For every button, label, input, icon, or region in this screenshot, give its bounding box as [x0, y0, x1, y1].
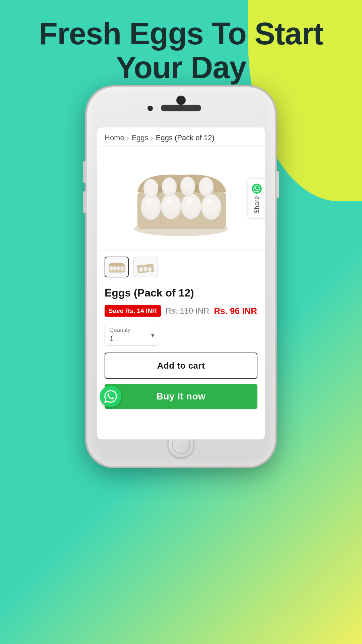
svg-point-32	[117, 266, 120, 271]
breadcrumb-category[interactable]: Eggs	[132, 133, 148, 142]
thumbnail-1[interactable]	[105, 257, 129, 277]
svg-point-18	[145, 179, 157, 194]
quantity-select-wrapper: Quantity 1 2 3 4 5 6 7 8 9 10	[105, 325, 158, 346]
product-image-area: Share	[97, 147, 265, 251]
product-info: Eggs (Pack of 12) Save Rs. 14 INR Rs. 11…	[97, 283, 265, 415]
svg-point-24	[200, 177, 212, 192]
phone-speaker	[161, 105, 201, 111]
phone-power-button	[275, 171, 279, 198]
svg-point-25	[146, 199, 152, 205]
share-button[interactable]: Share	[248, 178, 265, 218]
phone-mockup: Home › Eggs › Eggs (Pack of 12)	[87, 87, 275, 466]
breadcrumb-sep-2: ›	[151, 135, 153, 142]
current-price: Rs. 96 INR	[214, 306, 257, 316]
svg-point-35	[139, 267, 143, 272]
buy-now-row: Buy it now	[105, 384, 257, 409]
breadcrumb-home[interactable]: Home	[105, 133, 124, 142]
egg-carton-illustration	[131, 158, 231, 239]
svg-point-27	[186, 198, 192, 205]
product-name: Eggs (Pack of 12)	[105, 287, 257, 299]
phone-dot	[147, 106, 153, 111]
svg-point-30	[109, 266, 113, 271]
product-main-image	[127, 155, 235, 242]
quantity-select[interactable]: 1 2 3 4 5 6 7 8 9 10	[105, 325, 158, 346]
product-thumbnails	[97, 251, 265, 283]
svg-point-20	[163, 177, 175, 192]
svg-point-36	[144, 267, 147, 271]
share-label: Share	[253, 196, 260, 213]
buy-now-button[interactable]: Buy it now	[105, 384, 257, 409]
thumbnail-2[interactable]	[133, 257, 158, 277]
original-price: Rs. 110 INR	[166, 306, 209, 316]
phone-screen: Home › Eggs › Eggs (Pack of 12)	[97, 127, 265, 439]
price-row: Save Rs. 14 INR Rs. 110 INR Rs. 96 INR	[105, 305, 257, 317]
whatsapp-buy-icon	[100, 386, 121, 407]
phone-volume-up-button	[83, 161, 87, 183]
save-badge: Save Rs. 14 INR	[105, 305, 161, 317]
breadcrumb-current: Eggs (Pack of 12)	[156, 133, 215, 142]
breadcrumb: Home › Eggs › Eggs (Pack of 12)	[97, 127, 265, 147]
svg-point-31	[113, 266, 116, 271]
quantity-section: Quantity 1 2 3 4 5 6 7 8 9 10	[105, 325, 257, 346]
svg-point-37	[148, 267, 152, 272]
phone-camera	[177, 97, 185, 104]
svg-point-16	[202, 195, 220, 215]
svg-point-26	[166, 198, 172, 205]
svg-point-22	[182, 177, 194, 192]
svg-point-33	[120, 266, 124, 271]
svg-point-12	[162, 194, 180, 214]
phone-shell: Home › Eggs › Eggs (Pack of 12)	[87, 87, 275, 466]
add-to-cart-button[interactable]: Add to cart	[105, 353, 257, 379]
phone-volume-down-button	[83, 191, 87, 213]
hero-title-section: Fresh Eggs To Start Your Day	[0, 10, 362, 91]
svg-point-28	[206, 199, 212, 205]
svg-point-14	[182, 194, 200, 214]
whatsapp-share-icon	[252, 183, 262, 194]
breadcrumb-sep-1: ›	[127, 135, 129, 142]
hero-title: Fresh Eggs To Start Your Day	[20, 17, 342, 85]
